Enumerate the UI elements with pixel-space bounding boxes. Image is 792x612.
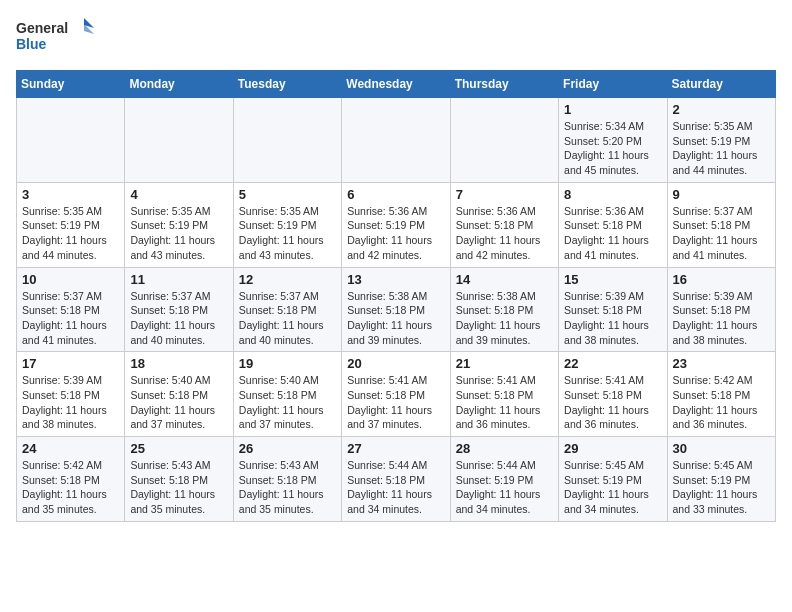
calendar-day-cell: 30Sunrise: 5:45 AM Sunset: 5:19 PM Dayli…	[667, 437, 775, 522]
day-number: 2	[673, 102, 770, 117]
calendar-day-cell: 26Sunrise: 5:43 AM Sunset: 5:18 PM Dayli…	[233, 437, 341, 522]
day-info: Sunrise: 5:34 AM Sunset: 5:20 PM Dayligh…	[564, 119, 661, 178]
calendar-week-row: 17Sunrise: 5:39 AM Sunset: 5:18 PM Dayli…	[17, 352, 776, 437]
day-number: 26	[239, 441, 336, 456]
day-number: 30	[673, 441, 770, 456]
calendar-day-cell: 5Sunrise: 5:35 AM Sunset: 5:19 PM Daylig…	[233, 182, 341, 267]
calendar-table: SundayMondayTuesdayWednesdayThursdayFrid…	[16, 70, 776, 522]
page-header: General Blue	[16, 16, 776, 60]
day-info: Sunrise: 5:45 AM Sunset: 5:19 PM Dayligh…	[673, 458, 770, 517]
calendar-weekday-sunday: Sunday	[17, 71, 125, 98]
calendar-day-cell: 25Sunrise: 5:43 AM Sunset: 5:18 PM Dayli…	[125, 437, 233, 522]
day-number: 1	[564, 102, 661, 117]
day-info: Sunrise: 5:37 AM Sunset: 5:18 PM Dayligh…	[673, 204, 770, 263]
calendar-day-cell: 27Sunrise: 5:44 AM Sunset: 5:18 PM Dayli…	[342, 437, 450, 522]
calendar-day-cell: 15Sunrise: 5:39 AM Sunset: 5:18 PM Dayli…	[559, 267, 667, 352]
day-info: Sunrise: 5:35 AM Sunset: 5:19 PM Dayligh…	[239, 204, 336, 263]
calendar-day-cell: 13Sunrise: 5:38 AM Sunset: 5:18 PM Dayli…	[342, 267, 450, 352]
calendar-day-cell	[342, 98, 450, 183]
calendar-day-cell	[125, 98, 233, 183]
day-number: 16	[673, 272, 770, 287]
day-number: 22	[564, 356, 661, 371]
day-number: 12	[239, 272, 336, 287]
calendar-day-cell: 22Sunrise: 5:41 AM Sunset: 5:18 PM Dayli…	[559, 352, 667, 437]
day-info: Sunrise: 5:36 AM Sunset: 5:19 PM Dayligh…	[347, 204, 444, 263]
calendar-day-cell: 8Sunrise: 5:36 AM Sunset: 5:18 PM Daylig…	[559, 182, 667, 267]
calendar-weekday-saturday: Saturday	[667, 71, 775, 98]
calendar-weekday-tuesday: Tuesday	[233, 71, 341, 98]
calendar-day-cell: 29Sunrise: 5:45 AM Sunset: 5:19 PM Dayli…	[559, 437, 667, 522]
day-number: 20	[347, 356, 444, 371]
day-number: 5	[239, 187, 336, 202]
calendar-day-cell: 7Sunrise: 5:36 AM Sunset: 5:18 PM Daylig…	[450, 182, 558, 267]
day-number: 17	[22, 356, 119, 371]
calendar-header: SundayMondayTuesdayWednesdayThursdayFrid…	[17, 71, 776, 98]
calendar-day-cell: 14Sunrise: 5:38 AM Sunset: 5:18 PM Dayli…	[450, 267, 558, 352]
calendar-week-row: 1Sunrise: 5:34 AM Sunset: 5:20 PM Daylig…	[17, 98, 776, 183]
logo-svg: General Blue	[16, 16, 96, 56]
calendar-day-cell	[17, 98, 125, 183]
day-number: 27	[347, 441, 444, 456]
day-number: 21	[456, 356, 553, 371]
day-info: Sunrise: 5:40 AM Sunset: 5:18 PM Dayligh…	[130, 373, 227, 432]
day-info: Sunrise: 5:37 AM Sunset: 5:18 PM Dayligh…	[239, 289, 336, 348]
calendar-day-cell: 2Sunrise: 5:35 AM Sunset: 5:19 PM Daylig…	[667, 98, 775, 183]
calendar-week-row: 10Sunrise: 5:37 AM Sunset: 5:18 PM Dayli…	[17, 267, 776, 352]
calendar-weekday-wednesday: Wednesday	[342, 71, 450, 98]
day-info: Sunrise: 5:43 AM Sunset: 5:18 PM Dayligh…	[239, 458, 336, 517]
calendar-day-cell: 28Sunrise: 5:44 AM Sunset: 5:19 PM Dayli…	[450, 437, 558, 522]
day-number: 10	[22, 272, 119, 287]
calendar-day-cell: 10Sunrise: 5:37 AM Sunset: 5:18 PM Dayli…	[17, 267, 125, 352]
day-info: Sunrise: 5:35 AM Sunset: 5:19 PM Dayligh…	[130, 204, 227, 263]
day-number: 19	[239, 356, 336, 371]
day-info: Sunrise: 5:44 AM Sunset: 5:18 PM Dayligh…	[347, 458, 444, 517]
calendar-day-cell: 20Sunrise: 5:41 AM Sunset: 5:18 PM Dayli…	[342, 352, 450, 437]
calendar-day-cell: 18Sunrise: 5:40 AM Sunset: 5:18 PM Dayli…	[125, 352, 233, 437]
day-info: Sunrise: 5:39 AM Sunset: 5:18 PM Dayligh…	[673, 289, 770, 348]
day-info: Sunrise: 5:42 AM Sunset: 5:18 PM Dayligh…	[673, 373, 770, 432]
day-number: 8	[564, 187, 661, 202]
day-info: Sunrise: 5:41 AM Sunset: 5:18 PM Dayligh…	[347, 373, 444, 432]
calendar-week-row: 3Sunrise: 5:35 AM Sunset: 5:19 PM Daylig…	[17, 182, 776, 267]
calendar-weekday-thursday: Thursday	[450, 71, 558, 98]
day-number: 28	[456, 441, 553, 456]
day-number: 18	[130, 356, 227, 371]
calendar-day-cell: 24Sunrise: 5:42 AM Sunset: 5:18 PM Dayli…	[17, 437, 125, 522]
day-info: Sunrise: 5:41 AM Sunset: 5:18 PM Dayligh…	[456, 373, 553, 432]
calendar-weekday-friday: Friday	[559, 71, 667, 98]
calendar-day-cell: 21Sunrise: 5:41 AM Sunset: 5:18 PM Dayli…	[450, 352, 558, 437]
day-number: 11	[130, 272, 227, 287]
svg-text:General: General	[16, 20, 68, 36]
day-info: Sunrise: 5:39 AM Sunset: 5:18 PM Dayligh…	[22, 373, 119, 432]
calendar-day-cell: 16Sunrise: 5:39 AM Sunset: 5:18 PM Dayli…	[667, 267, 775, 352]
day-info: Sunrise: 5:40 AM Sunset: 5:18 PM Dayligh…	[239, 373, 336, 432]
day-info: Sunrise: 5:38 AM Sunset: 5:18 PM Dayligh…	[456, 289, 553, 348]
day-number: 25	[130, 441, 227, 456]
day-number: 4	[130, 187, 227, 202]
day-info: Sunrise: 5:37 AM Sunset: 5:18 PM Dayligh…	[22, 289, 119, 348]
day-number: 29	[564, 441, 661, 456]
calendar-week-row: 24Sunrise: 5:42 AM Sunset: 5:18 PM Dayli…	[17, 437, 776, 522]
calendar-day-cell: 4Sunrise: 5:35 AM Sunset: 5:19 PM Daylig…	[125, 182, 233, 267]
calendar-day-cell: 9Sunrise: 5:37 AM Sunset: 5:18 PM Daylig…	[667, 182, 775, 267]
day-info: Sunrise: 5:35 AM Sunset: 5:19 PM Dayligh…	[22, 204, 119, 263]
day-number: 7	[456, 187, 553, 202]
day-number: 24	[22, 441, 119, 456]
day-info: Sunrise: 5:36 AM Sunset: 5:18 PM Dayligh…	[564, 204, 661, 263]
day-number: 23	[673, 356, 770, 371]
day-info: Sunrise: 5:42 AM Sunset: 5:18 PM Dayligh…	[22, 458, 119, 517]
day-info: Sunrise: 5:37 AM Sunset: 5:18 PM Dayligh…	[130, 289, 227, 348]
logo-container: General Blue	[16, 16, 96, 60]
day-info: Sunrise: 5:41 AM Sunset: 5:18 PM Dayligh…	[564, 373, 661, 432]
day-number: 13	[347, 272, 444, 287]
calendar-day-cell: 23Sunrise: 5:42 AM Sunset: 5:18 PM Dayli…	[667, 352, 775, 437]
calendar-weekday-monday: Monday	[125, 71, 233, 98]
calendar-day-cell	[450, 98, 558, 183]
day-info: Sunrise: 5:45 AM Sunset: 5:19 PM Dayligh…	[564, 458, 661, 517]
day-number: 14	[456, 272, 553, 287]
day-info: Sunrise: 5:44 AM Sunset: 5:19 PM Dayligh…	[456, 458, 553, 517]
day-info: Sunrise: 5:43 AM Sunset: 5:18 PM Dayligh…	[130, 458, 227, 517]
day-number: 15	[564, 272, 661, 287]
day-info: Sunrise: 5:36 AM Sunset: 5:18 PM Dayligh…	[456, 204, 553, 263]
logo: General Blue	[16, 16, 96, 60]
